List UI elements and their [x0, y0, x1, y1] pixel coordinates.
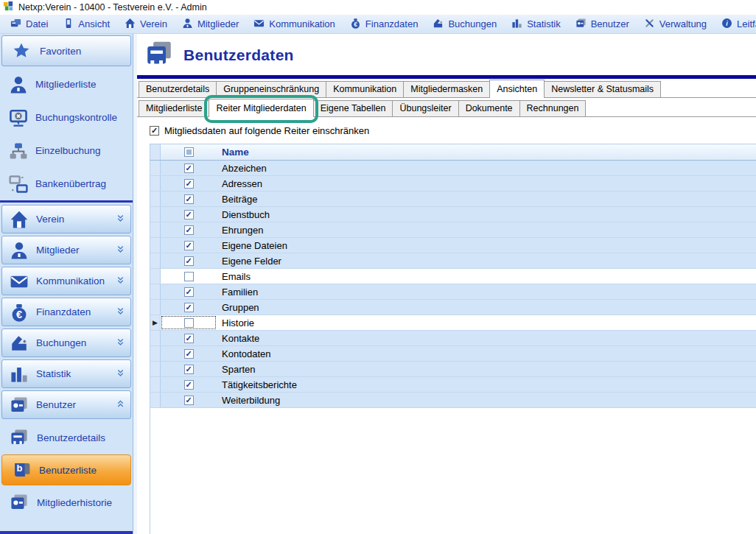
row-checkbox-cell	[161, 393, 217, 407]
row-checkbox[interactable]	[184, 225, 194, 235]
sidebar-section-mitglieder[interactable]: Mitglieder	[1, 236, 131, 264]
sidebar-favorites-header[interactable]: Favoriten	[1, 35, 131, 66]
table-row[interactable]: Weiterbildung	[150, 393, 756, 408]
table-row[interactable]: Adressen	[150, 176, 756, 192]
table-row[interactable]: Beiträge	[150, 192, 756, 207]
table-row[interactable]: Eigene Felder	[150, 253, 756, 269]
menu-item-ansicht[interactable]: Ansicht	[55, 16, 117, 32]
table-row[interactable]: Kontodaten	[150, 346, 756, 362]
sidebar-item-benutzerdetails[interactable]: Benutzerdetails	[0, 421, 133, 454]
chevron-double-down-icon[interactable]	[116, 245, 125, 256]
tab-mitgliederliste[interactable]: Mitgliederliste	[139, 100, 209, 116]
tab-übungsleiter[interactable]: Übungsleiter	[392, 100, 458, 116]
table-row[interactable]: Ehrungen	[150, 222, 756, 238]
tab-newsletter-statusmails[interactable]: Newsletter & Statusmails	[544, 81, 661, 97]
tab-ansichten[interactable]: Ansichten	[489, 80, 545, 98]
tab-kommunikation[interactable]: Kommunikation	[326, 81, 404, 97]
row-checkbox[interactable]	[184, 194, 194, 204]
row-checkbox[interactable]	[184, 365, 194, 374]
tab-eigene-tabellen[interactable]: Eigene Tabellen	[313, 100, 393, 116]
chevron-double-up-icon[interactable]	[116, 399, 125, 411]
row-checkbox[interactable]	[184, 179, 194, 189]
row-checkbox[interactable]	[184, 349, 194, 359]
sidebar-section-buchungen[interactable]: Buchungen	[1, 329, 131, 357]
home-icon	[125, 18, 136, 31]
row-checkbox[interactable]	[184, 380, 194, 390]
table-row[interactable]: Sparten	[150, 362, 756, 377]
menu-item-finanzdaten[interactable]: €Finanzdaten	[343, 16, 426, 32]
user-cards-icon	[10, 396, 29, 415]
tab-reiter-mitgliederdaten[interactable]: Reiter Mitgliederdaten	[209, 99, 313, 117]
row-checkbox[interactable]	[184, 303, 194, 312]
table-row[interactable]: Gruppen	[150, 300, 756, 315]
chevron-double-down-icon[interactable]	[116, 368, 125, 380]
row-indicator-cell: ▶	[150, 315, 161, 330]
menu-item-buchungen[interactable]: Buchungen	[425, 16, 504, 32]
tab-dokumente[interactable]: Dokumente	[458, 100, 520, 116]
chevron-double-down-icon[interactable]	[116, 275, 125, 287]
tab-benutzerdetails[interactable]: Benutzerdetails	[139, 81, 217, 97]
chevron-double-down-icon[interactable]	[116, 306, 125, 318]
menu-item-verwaltung[interactable]: Verwaltung	[637, 16, 714, 32]
row-name: Ehrungen	[217, 222, 756, 237]
row-checkbox-cell	[161, 362, 217, 376]
row-checkbox[interactable]	[184, 164, 194, 173]
row-checkbox[interactable]	[184, 210, 194, 219]
table-row[interactable]: ▶Historie	[150, 315, 756, 331]
table-row[interactable]: Familien	[150, 284, 756, 300]
menu-item-benutzer[interactable]: Benutzer	[568, 16, 637, 32]
sidebar-item-mitgliederliste[interactable]: Mitgliederliste	[0, 68, 133, 101]
menu-item-statistik[interactable]: Statistik	[504, 16, 568, 32]
row-checkbox[interactable]	[184, 287, 194, 297]
user-data-icon	[144, 41, 174, 70]
table-row[interactable]: Abzeichen	[150, 161, 756, 176]
chevron-double-down-icon[interactable]	[116, 214, 125, 225]
sidebar-section-verein[interactable]: Verein	[1, 205, 131, 233]
menu-item-mitglieder[interactable]: Mitglieder	[175, 16, 246, 32]
row-checkbox-cell	[161, 253, 217, 268]
row-checkbox[interactable]	[184, 256, 194, 266]
tab-rechnungen[interactable]: Rechnungen	[519, 100, 587, 116]
sidebar-item-mitgliederhistorie[interactable]: Mitgliederhistorie	[0, 486, 133, 519]
chevron-double-down-icon[interactable]	[116, 337, 125, 349]
table-row[interactable]: Kontakte	[150, 331, 756, 346]
menu-item-leitfden[interactable]: iLeitfäden	[714, 16, 756, 32]
sidebar-section-kommunikation[interactable]: Kommunikation	[1, 267, 131, 295]
sidebar-favorites-label: Favoriten	[40, 46, 81, 57]
monitor-x-icon	[7, 108, 30, 127]
sidebar-item-buchungskontrolle[interactable]: Buchungskontrolle	[0, 101, 133, 134]
envelope-icon	[10, 272, 29, 291]
chevron-double-down-icon	[116, 306, 125, 316]
table-row[interactable]: Eigene Dateien	[150, 238, 756, 253]
sidebar-section-statistik[interactable]: Statistik	[1, 359, 131, 388]
table-row[interactable]: Tätigkeitsberichte	[150, 377, 756, 393]
table-row[interactable]: Emails	[150, 269, 756, 284]
chevron-double-down-icon	[116, 337, 125, 347]
device-icon	[63, 18, 74, 31]
row-checkbox[interactable]	[184, 272, 194, 281]
row-checkbox[interactable]	[184, 334, 194, 343]
sidebar-item-einzelbuchung[interactable]: Einzelbuchung	[0, 134, 133, 167]
table-row[interactable]: Dienstbuch	[150, 207, 756, 222]
person-icon	[10, 241, 29, 260]
menu-item-datei[interactable]: Datei	[3, 16, 55, 32]
select-all-checkbox[interactable]	[184, 147, 194, 157]
row-checkbox[interactable]	[184, 318, 194, 328]
row-name: Eigene Felder	[217, 253, 756, 268]
tab-mitgliedermasken[interactable]: Mitgliedermasken	[403, 81, 490, 97]
row-checkbox[interactable]	[184, 241, 194, 250]
menu-item-verein[interactable]: Verein	[117, 16, 175, 32]
person-icon	[7, 75, 30, 94]
row-name: Kontakte	[217, 331, 756, 345]
row-checkbox[interactable]	[184, 396, 194, 405]
sidebar-item-benutzerliste[interactable]: bBenutzerliste	[1, 454, 131, 485]
menu-item-kommunikation[interactable]: Kommunikation	[246, 16, 343, 32]
sidebar-section-finanzdaten[interactable]: €Finanzdaten	[1, 298, 131, 326]
tab-gruppeneinschränkung[interactable]: Gruppeneinschränkung	[216, 81, 326, 97]
sidebar-section-benutzer[interactable]: Benutzer	[1, 390, 131, 419]
grid-header-name: Name	[217, 144, 756, 160]
person-icon	[9, 75, 28, 94]
filter-checkbox[interactable]	[150, 126, 159, 136]
sidebar-item-bankenübertrag[interactable]: Bankenübertrag	[0, 167, 133, 200]
row-checkbox-cell	[161, 284, 217, 299]
